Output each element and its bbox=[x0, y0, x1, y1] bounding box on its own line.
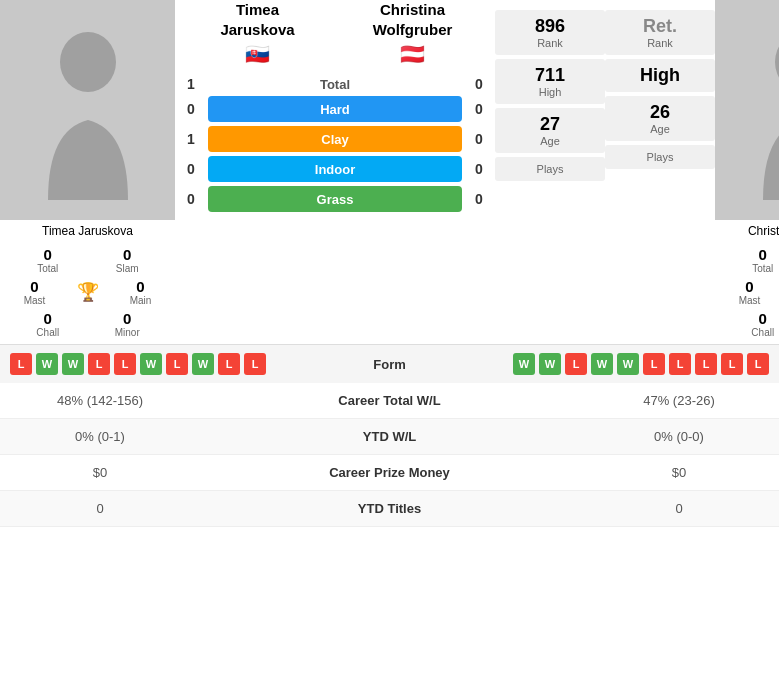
left-rank-box: 896 Rank bbox=[495, 10, 605, 55]
form-badge-w: W bbox=[591, 353, 613, 375]
form-badge-l: L bbox=[669, 353, 691, 375]
left-minor: 0 Minor bbox=[90, 310, 166, 338]
right-name-block: Christina Wolfgruber 🇦🇹 bbox=[335, 0, 490, 66]
stats-left-val: 0 bbox=[0, 491, 200, 527]
form-badge-l: L bbox=[88, 353, 110, 375]
right-rank-box: Ret. Rank bbox=[605, 10, 715, 55]
clay-left-score: 1 bbox=[180, 131, 202, 147]
right-form-badges: WWLWWLLLLL bbox=[513, 353, 769, 375]
form-section: LWWLLWLWLL Form WWLWWLLLLL bbox=[0, 344, 779, 383]
match-container: Timea Jaruskova 0 Total 0 Slam 0 bbox=[0, 0, 779, 527]
clay-surface-btn[interactable]: Clay bbox=[208, 126, 462, 152]
scores-area: 1 Total 0 0 Hard 0 1 Clay 0 0 bbox=[180, 76, 490, 212]
svg-point-1 bbox=[775, 32, 780, 92]
form-badge-w: W bbox=[62, 353, 84, 375]
stats-row: 0% (0-1) YTD W/L 0% (0-0) bbox=[0, 419, 779, 455]
right-mast-main-row: 0 Mast 🏆 0 Main bbox=[725, 278, 779, 306]
right-player-photo bbox=[715, 0, 779, 220]
total-score-row: 1 Total 0 bbox=[180, 76, 490, 92]
grass-score-row: 0 Grass 0 bbox=[180, 186, 490, 212]
right-chall: 0 Chall bbox=[725, 310, 779, 338]
form-badge-w: W bbox=[36, 353, 58, 375]
form-badge-l: L bbox=[565, 353, 587, 375]
indoor-surface-btn[interactable]: Indoor bbox=[208, 156, 462, 182]
total-label: Total bbox=[208, 77, 462, 92]
stats-left-val: 48% (142-156) bbox=[0, 383, 200, 419]
left-player-silhouette bbox=[28, 20, 148, 200]
form-badge-l: L bbox=[643, 353, 665, 375]
left-player-photo bbox=[0, 0, 175, 220]
form-badge-l: L bbox=[695, 353, 717, 375]
form-badge-w: W bbox=[617, 353, 639, 375]
form-badge-l: L bbox=[244, 353, 266, 375]
hard-right-score: 0 bbox=[468, 101, 490, 117]
left-name-block: Timea Jaruskova 🇸🇰 bbox=[180, 0, 335, 66]
right-player-silhouette bbox=[743, 20, 780, 200]
form-badge-l: L bbox=[10, 353, 32, 375]
form-badge-l: L bbox=[114, 353, 136, 375]
stats-row: $0 Career Prize Money $0 bbox=[0, 455, 779, 491]
right-name-line2: Wolfgruber bbox=[335, 20, 490, 40]
hard-surface-btn[interactable]: Hard bbox=[208, 96, 462, 122]
hard-score-row: 0 Hard 0 bbox=[180, 96, 490, 122]
left-form-badges: LWWLLWLWLL bbox=[10, 353, 266, 375]
left-plays-box: Plays bbox=[495, 157, 605, 181]
hard-left-score: 0 bbox=[180, 101, 202, 117]
left-mast: 0 Mast bbox=[10, 278, 59, 306]
form-label: Form bbox=[272, 357, 507, 372]
stats-right-val: 0% (0-0) bbox=[579, 419, 779, 455]
left-trophy-icon: 🏆 bbox=[77, 281, 99, 303]
grass-right-score: 0 bbox=[468, 191, 490, 207]
form-badge-l: L bbox=[747, 353, 769, 375]
left-trophy: 🏆 bbox=[63, 278, 112, 306]
left-name-line2: Jaruskova bbox=[180, 20, 335, 40]
left-chall-minor-row: 0 Chall 0 Minor bbox=[10, 310, 165, 338]
names-flags-row: Timea Jaruskova 🇸🇰 Christina Wolfgruber … bbox=[180, 0, 490, 70]
left-name-line1: Timea bbox=[180, 0, 335, 20]
right-total: 0 Total bbox=[725, 246, 779, 274]
form-badge-l: L bbox=[721, 353, 743, 375]
right-plays-box: Plays bbox=[605, 145, 715, 169]
form-badge-l: L bbox=[218, 353, 240, 375]
indoor-score-row: 0 Indoor 0 bbox=[180, 156, 490, 182]
top-section: Timea Jaruskova 0 Total 0 Slam 0 bbox=[0, 0, 779, 338]
left-main: 0 Main bbox=[116, 278, 165, 306]
right-name-line1: Christina bbox=[335, 0, 490, 20]
total-right-score: 0 bbox=[468, 76, 490, 92]
left-player-name: Timea Jaruskova bbox=[38, 224, 137, 238]
stats-right-val: $0 bbox=[579, 455, 779, 491]
stats-table: 48% (142-156) Career Total W/L 47% (23-2… bbox=[0, 383, 779, 527]
left-high-box: 711 High bbox=[495, 59, 605, 104]
left-total: 0 Total bbox=[10, 246, 86, 274]
right-player-name: Christina Wolfgruber bbox=[744, 224, 779, 238]
right-age-box: 26 Age bbox=[605, 96, 715, 141]
right-flag: 🇦🇹 bbox=[335, 42, 490, 66]
form-badge-l: L bbox=[166, 353, 188, 375]
indoor-right-score: 0 bbox=[468, 161, 490, 177]
indoor-left-score: 0 bbox=[180, 161, 202, 177]
grass-surface-btn[interactable]: Grass bbox=[208, 186, 462, 212]
clay-right-score: 0 bbox=[468, 131, 490, 147]
left-player-col: Timea Jaruskova 0 Total 0 Slam 0 bbox=[0, 0, 175, 338]
left-sub-stats: 0 Total 0 Slam 0 Mast 🏆 bbox=[10, 244, 165, 338]
stats-center-label: Career Prize Money bbox=[200, 455, 579, 491]
left-slam: 0 Slam bbox=[90, 246, 166, 274]
stats-left-val: $0 bbox=[0, 455, 200, 491]
right-chall-minor-row: 0 Chall 0 Minor bbox=[725, 310, 779, 338]
clay-score-row: 1 Clay 0 bbox=[180, 126, 490, 152]
stats-center-label: YTD Titles bbox=[200, 491, 579, 527]
right-rank-stats: Ret. Rank High 26 Age Plays bbox=[605, 0, 715, 338]
stats-row: 48% (142-156) Career Total W/L 47% (23-2… bbox=[0, 383, 779, 419]
left-chall: 0 Chall bbox=[10, 310, 86, 338]
right-high-box: High bbox=[605, 59, 715, 92]
form-badge-w: W bbox=[192, 353, 214, 375]
left-flag: 🇸🇰 bbox=[180, 42, 335, 66]
stats-row: 0 YTD Titles 0 bbox=[0, 491, 779, 527]
left-mast-main-row: 0 Mast 🏆 0 Main bbox=[10, 278, 165, 306]
form-badge-w: W bbox=[140, 353, 162, 375]
right-player-col: Christina Wolfgruber 0 Total 0 Slam 0 bbox=[715, 0, 779, 338]
left-total-slam-row: 0 Total 0 Slam bbox=[10, 246, 165, 274]
form-badge-w: W bbox=[513, 353, 535, 375]
stats-center-label: YTD W/L bbox=[200, 419, 579, 455]
middle-col: Timea Jaruskova 🇸🇰 Christina Wolfgruber … bbox=[175, 0, 495, 338]
